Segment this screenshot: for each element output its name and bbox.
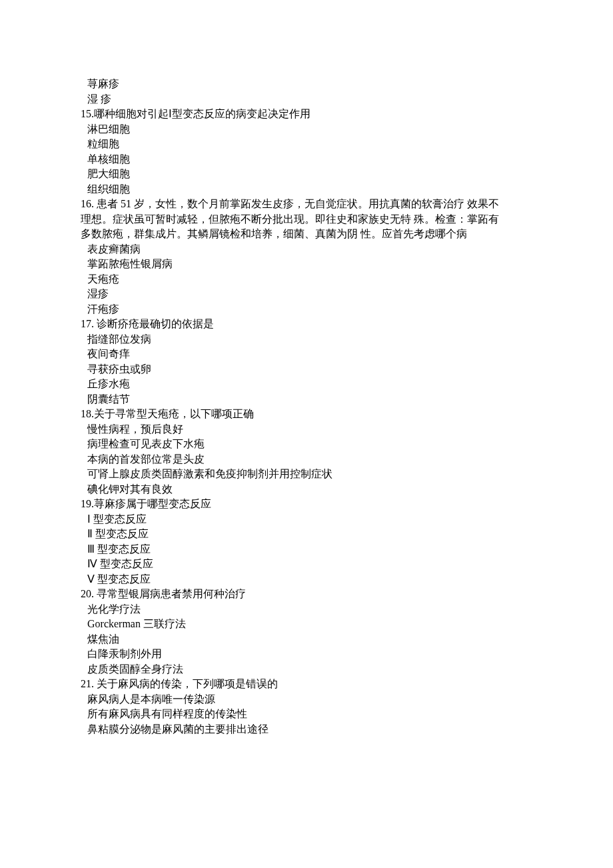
text-line: 光化学疗法 — [0, 602, 613, 617]
text-line: 麻风病人是本病唯一传染源 — [0, 692, 613, 707]
text-line: 湿 疹 — [0, 92, 613, 107]
text-line: 慢性病程，预后良好 — [0, 422, 613, 437]
text-line: Ⅴ 型变态反应 — [0, 572, 613, 587]
document-body: 荨麻疹湿 疹15.哪种细胞对引起Ⅰ型变态反应的病变起决定作用淋巴细胞粒细胞单核细… — [0, 77, 613, 737]
text-line: 煤焦油 — [0, 632, 613, 647]
text-line: 碘化钾对其有良效 — [0, 482, 613, 497]
text-line: 病理检查可见表皮下水疱 — [0, 437, 613, 452]
text-line: 粒细胞 — [0, 137, 613, 152]
text-line: 16. 患者 51 岁，女性，数个月前掌跖发生皮疹，无自觉症状。用抗真菌的软膏治… — [0, 197, 613, 212]
text-line: 白降汞制剂外用 — [0, 647, 613, 662]
text-line: 本病的首发部位常是头皮 — [0, 452, 613, 467]
text-line: 17. 诊断疥疮最确切的依据是 — [0, 317, 613, 332]
text-line: 淋巴细胞 — [0, 122, 613, 137]
text-line: 指缝部位发病 — [0, 332, 613, 347]
text-line: 所有麻风病具有同样程度的传染性 — [0, 707, 613, 722]
text-line: Ⅰ 型变态反应 — [0, 512, 613, 527]
text-line: 18.关于寻常型天疱疮，以下哪项正确 — [0, 407, 613, 422]
text-line: 汗疱疹 — [0, 302, 613, 317]
text-line: 丘疹水疱 — [0, 377, 613, 392]
text-line: 鼻粘膜分泌物是麻风菌的主要排出途径 — [0, 722, 613, 737]
text-line: 湿疹 — [0, 287, 613, 302]
text-line: 掌跖脓疱性银屑病 — [0, 257, 613, 272]
text-line: 天疱疮 — [0, 272, 613, 287]
text-line: Ⅳ 型变态反应 — [0, 557, 613, 572]
text-line: 荨麻疹 — [0, 77, 613, 92]
text-line: 多数脓疱，群集成片。其鳞屑镜检和培养，细菌、真菌为阴 性。应首先考虑哪个病 — [0, 227, 613, 242]
text-line: Gorckerman 三联疗法 — [0, 617, 613, 632]
text-line: 理想。症状虽可暂时减轻，但脓疱不断分批出现。即往史和家族史无特 殊。检查：掌跖有 — [0, 212, 613, 227]
latin-text: Gorckerman — [87, 618, 143, 629]
text-line: 寻获疥虫或卵 — [0, 362, 613, 377]
text-line: 肥大细胞 — [0, 167, 613, 182]
cjk-text: 三联疗法 — [143, 618, 186, 629]
text-line: Ⅱ 型变态反应 — [0, 527, 613, 542]
text-line: 单核细胞 — [0, 152, 613, 167]
text-line: 21. 关于麻风病的传染，下列哪项是错误的 — [0, 677, 613, 692]
text-line: 阴囊结节 — [0, 392, 613, 407]
text-line: 组织细胞 — [0, 182, 613, 197]
text-line: 19.荨麻疹属于哪型变态反应 — [0, 497, 613, 512]
text-line: 皮质类固醇全身疗法 — [0, 662, 613, 677]
text-line: 可肾上腺皮质类固醇激素和免疫抑制剂并用控制症状 — [0, 467, 613, 482]
text-line: 15.哪种细胞对引起Ⅰ型变态反应的病变起决定作用 — [0, 107, 613, 122]
text-line: 表皮癣菌病 — [0, 242, 613, 257]
text-line: 20. 寻常型银屑病患者禁用何种治疗 — [0, 587, 613, 602]
text-line: Ⅲ 型变态反应 — [0, 542, 613, 557]
text-line: 夜间奇痒 — [0, 347, 613, 362]
